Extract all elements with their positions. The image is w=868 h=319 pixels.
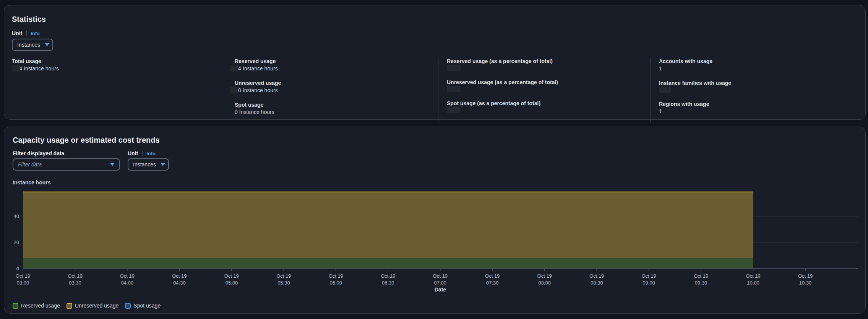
redacted-value: [230, 65, 238, 72]
redacted-value: [230, 87, 238, 93]
statistics-panel: Statistics Unit Info Instances Total usa…: [4, 5, 866, 120]
legend-item-reserved-usage[interactable]: Reserved usage: [13, 303, 60, 309]
chart-legend: Reserved usage Unreserved usage Spot usa…: [13, 303, 857, 309]
svg-text:09:00: 09:00: [642, 280, 655, 286]
unit-select[interactable]: Instances: [12, 39, 53, 51]
unit-info-link[interactable]: Info: [146, 151, 156, 156]
svg-text:Oct 19: Oct 19: [329, 273, 343, 279]
svg-text:Oct 19: Oct 19: [120, 273, 135, 279]
legend-item-spot-usage[interactable]: Spot usage: [125, 303, 161, 309]
svg-text:Oct 19: Oct 19: [224, 273, 239, 279]
svg-text:20: 20: [14, 239, 19, 245]
svg-text:06:30: 06:30: [382, 280, 394, 286]
filter-field-group: Filter displayed data Filter data: [13, 150, 120, 171]
svg-text:Oct 19: Oct 19: [172, 273, 187, 279]
stat-spot-usage-pct: Spot usage (as a percentage of total): [447, 100, 650, 113]
svg-text:07:30: 07:30: [486, 280, 499, 286]
svg-text:Oct 19: Oct 19: [381, 273, 395, 279]
chart-y-axis-title: Instance hours: [13, 179, 857, 186]
stats-column-3: Reserved usage (as a percentage of total…: [438, 58, 650, 123]
svg-text:10:00: 10:00: [747, 280, 759, 286]
svg-text:06:00: 06:00: [330, 280, 342, 286]
legend-item-unreserved-usage[interactable]: Unreserved usage: [67, 303, 118, 309]
stats-column-1: Total usage 4Instance hours: [12, 58, 226, 123]
svg-text:Oct 19: Oct 19: [537, 273, 552, 279]
label-divider: [26, 31, 27, 36]
stat-unreserved-usage-pct: Unreserved usage (as a percentage of tot…: [447, 79, 650, 92]
stats-column-4: Accounts with usage 1 Instance families …: [650, 58, 858, 123]
stats-column-2: Reserved usage 4Instance hours Unreserve…: [226, 58, 438, 123]
svg-text:Oct 19: Oct 19: [16, 273, 30, 279]
statistics-grid: Total usage 4Instance hours Reserved usa…: [12, 58, 858, 123]
svg-text:04:30: 04:30: [173, 280, 186, 286]
svg-text:Oct 19: Oct 19: [433, 273, 448, 279]
spot-usage-swatch-icon: [125, 303, 131, 309]
statistics-title: Statistics: [12, 15, 858, 24]
svg-text:07:00: 07:00: [434, 280, 447, 286]
chevron-down-icon: [45, 43, 49, 46]
unit-label: Unit: [12, 30, 22, 37]
svg-text:Oct 19: Oct 19: [746, 273, 760, 279]
svg-text:04:00: 04:00: [121, 280, 134, 286]
svg-text:03:30: 03:30: [69, 280, 81, 286]
redacted-value: [447, 86, 461, 92]
svg-text:03:00: 03:00: [17, 280, 29, 286]
stat-spot-usage: Spot usage 0Instance hours: [235, 101, 438, 116]
svg-text:Oct 19: Oct 19: [641, 273, 656, 279]
svg-text:10:30: 10:30: [799, 280, 812, 286]
reserved-usage-swatch-icon: [13, 303, 18, 309]
unit-label: Unit: [128, 150, 138, 157]
stat-accounts-with-usage: Accounts with usage 1: [659, 58, 858, 72]
chevron-down-icon: [161, 163, 165, 166]
redacted-value: [447, 107, 461, 113]
filter-label: Filter displayed data: [13, 150, 120, 157]
redacted-value: [12, 65, 20, 72]
svg-text:Oct 19: Oct 19: [485, 273, 500, 279]
svg-text:40: 40: [14, 213, 19, 219]
svg-text:05:00: 05:00: [226, 280, 238, 286]
svg-text:Oct 19: Oct 19: [694, 273, 708, 279]
filter-data-select[interactable]: Filter data: [13, 158, 120, 171]
chart-controls: Filter displayed data Filter data Unit I…: [13, 150, 857, 171]
stat-instance-families-with-usage: Instance families with usage: [659, 80, 858, 93]
stat-total-usage: Total usage 4Instance hours: [12, 58, 226, 72]
label-divider: [142, 151, 143, 156]
svg-text:0: 0: [16, 266, 19, 272]
redacted-value: [447, 65, 461, 71]
unit-field-label-row: Unit Info: [12, 30, 858, 37]
capacity-trends-panel: Capacity usage or estimated cost trends …: [4, 127, 866, 314]
chevron-down-icon: [110, 163, 115, 166]
unit-info-link[interactable]: Info: [31, 31, 40, 36]
svg-text:05:30: 05:30: [277, 280, 290, 286]
stat-reserved-usage: Reserved usage 4Instance hours: [235, 58, 438, 72]
unreserved-usage-swatch-icon: [67, 303, 72, 309]
stat-unreserved-usage: Unreserved usage 0Instance hours: [235, 80, 438, 94]
redacted-value: [659, 87, 671, 93]
trends-title: Capacity usage or estimated cost trends: [13, 135, 857, 145]
svg-text:08:00: 08:00: [538, 280, 551, 286]
svg-text:09:30: 09:30: [695, 280, 707, 286]
svg-text:Oct 19: Oct 19: [589, 273, 604, 279]
svg-text:Oct 19: Oct 19: [68, 273, 82, 279]
svg-text:08:30: 08:30: [591, 280, 603, 286]
stat-reserved-usage-pct: Reserved usage (as a percentage of total…: [447, 58, 650, 71]
stat-regions-with-usage: Regions with usage 1: [659, 101, 858, 115]
svg-text:Date: Date: [435, 286, 446, 293]
stacked-area-chart: 02040Oct 1903:00Oct 1903:30Oct 1904:00Oc…: [13, 188, 858, 299]
unit-select[interactable]: Instances: [128, 158, 169, 171]
unit-field-group: Unit Info Instances: [128, 150, 169, 171]
svg-text:Oct 19: Oct 19: [276, 273, 291, 279]
svg-text:Oct 19: Oct 19: [798, 273, 813, 279]
